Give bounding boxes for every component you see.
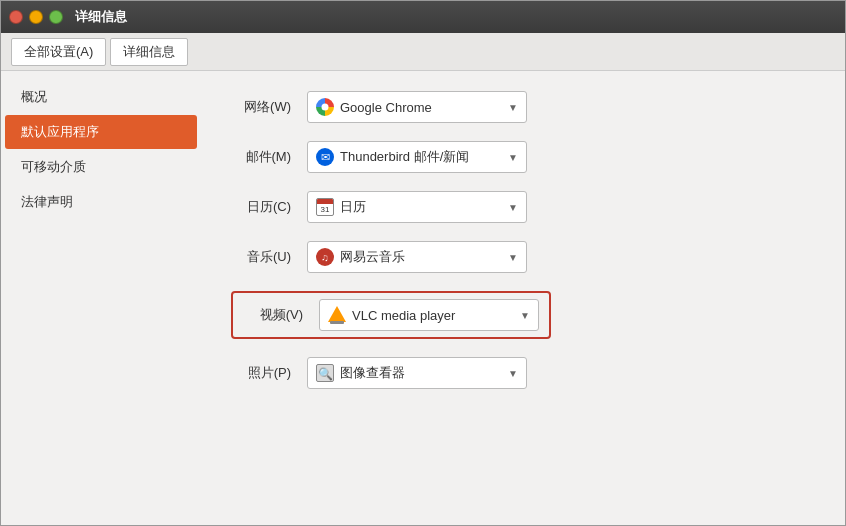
video-label: 视频(V) xyxy=(243,306,303,324)
sidebar-item-legal[interactable]: 法律声明 xyxy=(5,185,197,219)
music-row: 音乐(U) ♫ 网易云音乐 ▼ xyxy=(231,241,815,273)
mail-row: 邮件(M) ✉ Thunderbird 邮件/新闻 ▼ xyxy=(231,141,815,173)
close-button[interactable] xyxy=(9,10,23,24)
calendar-select[interactable]: 31 日历 ▼ xyxy=(307,191,527,223)
mail-select[interactable]: ✉ Thunderbird 邮件/新闻 ▼ xyxy=(307,141,527,173)
mail-dropdown-arrow: ▼ xyxy=(508,152,518,163)
photos-select[interactable]: 图像查看器 ▼ xyxy=(307,357,527,389)
thunderbird-icon: ✉ xyxy=(316,148,334,166)
minimize-button[interactable] xyxy=(29,10,43,24)
sidebar-item-overview[interactable]: 概况 xyxy=(5,80,197,114)
detail-button[interactable]: 详细信息 xyxy=(110,38,188,66)
music-icon: ♫ xyxy=(316,248,334,266)
web-select[interactable]: Google Chrome ▼ xyxy=(307,91,527,123)
video-row-highlighted: 视频(V) VLC media player ▼ xyxy=(231,291,551,339)
sidebar: 概况 默认应用程序 可移动介质 法律声明 xyxy=(1,71,201,525)
sidebar-item-removable-media[interactable]: 可移动介质 xyxy=(5,150,197,184)
window-title: 详细信息 xyxy=(75,8,127,26)
calendar-row: 日历(C) 31 日历 ▼ xyxy=(231,191,815,223)
maximize-button[interactable] xyxy=(49,10,63,24)
settings-panel: 网络(W) Google Chrome ▼ 邮件(M) ✉ Thunderbir… xyxy=(201,71,845,525)
photos-row: 照片(P) 图像查看器 ▼ xyxy=(231,357,815,389)
web-row: 网络(W) Google Chrome ▼ xyxy=(231,91,815,123)
web-dropdown-arrow: ▼ xyxy=(508,102,518,113)
titlebar: 详细信息 xyxy=(1,1,845,33)
vlc-icon xyxy=(328,306,346,324)
chrome-icon xyxy=(316,98,334,116)
video-select[interactable]: VLC media player ▼ xyxy=(319,299,539,331)
calendar-dropdown-arrow: ▼ xyxy=(508,202,518,213)
photos-label: 照片(P) xyxy=(231,364,291,382)
photos-icon xyxy=(316,364,334,382)
main-window: 详细信息 全部设置(A) 详细信息 概况 默认应用程序 可移动介质 法律声明 xyxy=(0,0,846,526)
calendar-label: 日历(C) xyxy=(231,198,291,216)
sidebar-item-default-apps[interactable]: 默认应用程序 xyxy=(5,115,197,149)
toolbar: 全部设置(A) 详细信息 xyxy=(1,33,845,71)
mail-label: 邮件(M) xyxy=(231,148,291,166)
calendar-icon: 31 xyxy=(316,198,334,216)
content-area: 概况 默认应用程序 可移动介质 法律声明 网络(W) Google Chrome xyxy=(1,71,845,525)
music-dropdown-arrow: ▼ xyxy=(508,252,518,263)
photos-dropdown-arrow: ▼ xyxy=(508,368,518,379)
all-settings-button[interactable]: 全部设置(A) xyxy=(11,38,106,66)
music-label: 音乐(U) xyxy=(231,248,291,266)
music-select[interactable]: ♫ 网易云音乐 ▼ xyxy=(307,241,527,273)
web-label: 网络(W) xyxy=(231,98,291,116)
video-dropdown-arrow: ▼ xyxy=(520,310,530,321)
